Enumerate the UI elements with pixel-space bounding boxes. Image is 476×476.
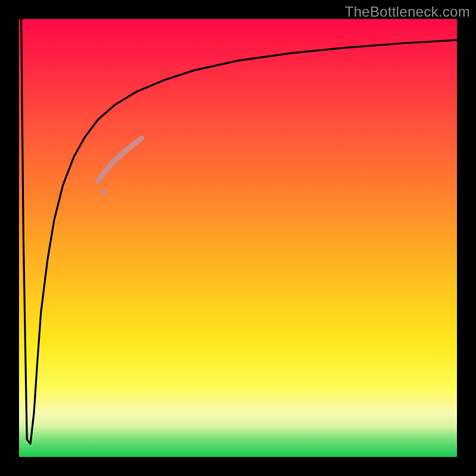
chart-frame: TheBottleneck.com <box>0 0 476 476</box>
bottleneck-curve <box>21 19 457 444</box>
watermark-text: TheBottleneck.com <box>345 4 470 20</box>
highlight-segment <box>98 138 142 181</box>
curve-layer <box>19 19 457 457</box>
plot-area <box>19 19 457 457</box>
highlight-dot <box>100 189 106 195</box>
